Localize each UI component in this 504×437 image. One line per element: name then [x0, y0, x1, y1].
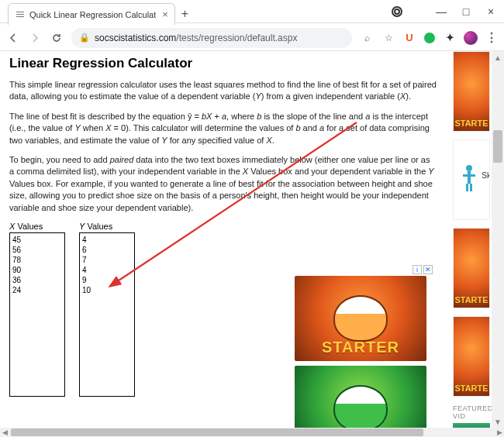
- ad-controls: i ✕: [413, 265, 433, 274]
- x-values-label: X Values: [9, 222, 65, 231]
- vertical-scrollbar[interactable]: ▲ ▼: [492, 51, 504, 428]
- ad-info-icon[interactable]: i: [413, 265, 422, 274]
- page-title: Linear Regression Calculator: [9, 56, 437, 71]
- ad-starter-mascot[interactable]: STARTER: [295, 276, 426, 361]
- chrome-menu-button[interactable]: ⋮: [485, 32, 498, 44]
- x-values-input[interactable]: [9, 232, 65, 397]
- ad-column: i ✕ STARTER CREATOR: [295, 276, 434, 428]
- nav-reload-button[interactable]: [50, 31, 64, 45]
- omnibox-search-icon[interactable]: ⌕: [360, 31, 374, 45]
- nav-forward-button[interactable]: [28, 31, 42, 45]
- url-input[interactable]: 🔒 socscistatistics.com/tests/regression/…: [71, 28, 352, 48]
- bookmark-star-icon[interactable]: ☆: [381, 31, 395, 45]
- scroll-down-icon[interactable]: ▼: [492, 415, 504, 428]
- window-close-button[interactable]: ×: [485, 6, 496, 17]
- browser-tab-active[interactable]: Quick Linear Regression Calculat ×: [8, 3, 175, 25]
- intro-paragraph-2: The line of best fit is described by the…: [9, 111, 437, 146]
- page-viewport: Linear Regression Calculator This simple…: [0, 51, 504, 428]
- svg-rect-8: [470, 184, 472, 191]
- vertical-scroll-thumb[interactable]: [493, 130, 502, 163]
- window-minimize-button[interactable]: —: [436, 6, 447, 17]
- extension-u-icon[interactable]: U: [403, 32, 416, 44]
- rail-ad-starter-3[interactable]: STARTE: [453, 316, 490, 397]
- scroll-left-icon[interactable]: ◀: [0, 428, 9, 437]
- extension-green-icon[interactable]: [423, 32, 436, 44]
- ad-starter-label: STARTER: [295, 339, 426, 356]
- rail-ad-starter-2[interactable]: STARTE: [453, 228, 490, 308]
- ad-close-icon[interactable]: ✕: [423, 265, 433, 274]
- svg-rect-6: [463, 174, 475, 177]
- tab-strip: Quick Linear Regression Calculat × +: [8, 3, 188, 25]
- ad-creator-mascot[interactable]: CREATOR: [295, 366, 426, 428]
- right-rail: STARTE Sk STARTE STARTE FEATURED VID CDC…: [453, 51, 490, 428]
- tab-favicon-icon: [15, 9, 26, 20]
- svg-point-4: [466, 165, 472, 171]
- y-values-label: Y Values: [79, 222, 135, 231]
- account-circle-icon[interactable]: [392, 6, 402, 17]
- rail-ad-figure[interactable]: Sk: [453, 139, 490, 220]
- intro-paragraph-1: This simple linear regression calculator…: [9, 79, 437, 103]
- svg-rect-7: [466, 184, 468, 191]
- horizontal-scroll-thumb[interactable]: [11, 428, 423, 436]
- window-maximize-button[interactable]: □: [461, 6, 471, 17]
- y-values-input[interactable]: [79, 232, 135, 397]
- svg-rect-1: [16, 14, 24, 15]
- svg-rect-2: [16, 16, 24, 17]
- rail-ad-starter-1[interactable]: STARTE: [453, 51, 490, 132]
- nav-back-button[interactable]: [6, 31, 20, 45]
- url-text: socscistatistics.com/tests/regression/de…: [95, 33, 297, 43]
- horizontal-scrollbar[interactable]: ◀ ▶: [0, 428, 504, 437]
- scroll-right-icon[interactable]: ▶: [495, 428, 504, 437]
- address-bar: 🔒 socscistatistics.com/tests/regression/…: [0, 25, 504, 51]
- new-tab-button[interactable]: +: [181, 7, 188, 21]
- featured-video-heading: FEATURED VID: [453, 404, 490, 420]
- tab-title: Quick Linear Regression Calculat: [29, 10, 156, 19]
- svg-rect-5: [468, 171, 471, 184]
- rail-ad-sk-label: Sk: [482, 171, 490, 180]
- y-values-column: Y Values: [79, 222, 135, 397]
- scroll-up-icon[interactable]: ▲: [492, 51, 504, 64]
- lock-icon: 🔒: [79, 33, 90, 43]
- tab-close-icon[interactable]: ×: [162, 9, 168, 20]
- profile-avatar[interactable]: [464, 31, 478, 45]
- intro-paragraph-3: To begin, you need to add paired data in…: [9, 154, 437, 214]
- extensions-puzzle-icon[interactable]: ✦: [444, 32, 456, 44]
- svg-rect-0: [16, 12, 24, 12]
- x-values-column: X Values: [9, 222, 65, 397]
- extensions-area: U ✦ ⋮: [403, 31, 498, 45]
